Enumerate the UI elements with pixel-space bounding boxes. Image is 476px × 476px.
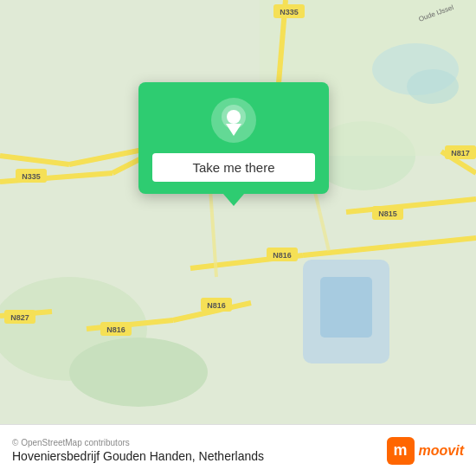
svg-point-47 bbox=[227, 110, 241, 124]
svg-rect-5 bbox=[320, 277, 372, 338]
location-pin-icon bbox=[211, 98, 256, 143]
svg-text:N816: N816 bbox=[207, 301, 226, 310]
moovit-text: moovit bbox=[419, 443, 464, 459]
svg-text:N816: N816 bbox=[273, 251, 292, 260]
svg-point-3 bbox=[69, 338, 208, 407]
svg-text:N815: N815 bbox=[378, 209, 397, 218]
take-me-there-button[interactable]: Take me there bbox=[152, 153, 315, 182]
svg-text:N335: N335 bbox=[22, 172, 41, 181]
location-name: Hoveniersbedrijf Gouden Handen, Netherla… bbox=[12, 449, 264, 463]
map-background: N335 N335 N335 N816 N816 N816 N815 N817 … bbox=[0, 0, 476, 424]
footer-info: © OpenStreetMap contributors Hoveniersbe… bbox=[12, 438, 264, 463]
osm-attribution: © OpenStreetMap contributors bbox=[12, 438, 264, 447]
svg-text:N817: N817 bbox=[451, 149, 470, 158]
moovit-m-icon: m bbox=[387, 437, 415, 465]
map-container: N335 N335 N335 N816 N816 N816 N815 N817 … bbox=[0, 0, 476, 424]
svg-marker-48 bbox=[226, 124, 241, 136]
svg-text:N335: N335 bbox=[280, 8, 299, 16]
svg-text:N827: N827 bbox=[10, 313, 29, 322]
moovit-logo: m moovit bbox=[387, 437, 464, 465]
popup-card: Take me there bbox=[138, 82, 329, 194]
svg-text:N816: N816 bbox=[106, 325, 125, 334]
footer: © OpenStreetMap contributors Hoveniersbe… bbox=[0, 424, 476, 476]
